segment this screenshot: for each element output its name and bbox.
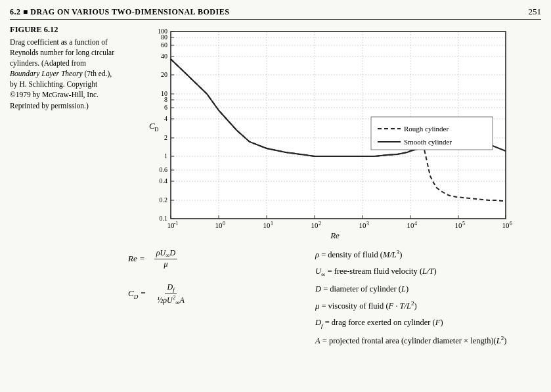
header-title: 6.2 ■ DRAG ON VARIOUS TWO-DIMENSIONAL BO…	[10, 7, 229, 17]
svg-text:4: 4	[164, 115, 167, 122]
svg-text:10: 10	[215, 221, 223, 229]
svg-text:60: 60	[161, 41, 167, 49]
cd-numerator: Df	[165, 282, 176, 294]
svg-text:1: 1	[164, 152, 167, 160]
right-area: 100 80 60 40 20 10 8 6 4 2 1 0.6 0.4 0.2	[121, 25, 541, 347]
page-number: 251	[529, 7, 542, 17]
figure-caption: Drag coefficient as a function of Reynol…	[10, 37, 116, 111]
cd-eq-lhs: CD =	[128, 288, 146, 300]
def-rho: ρ = density of fluid (M/L3)	[315, 248, 541, 261]
cd-denominator: ½ρU2∞A	[155, 294, 187, 306]
svg-text:10: 10	[311, 221, 319, 229]
svg-text:1: 1	[271, 221, 273, 227]
def-u: U∞ = free-stream fluid velocity (L/T)	[315, 265, 541, 279]
svg-text:80: 80	[161, 33, 167, 41]
re-eq-lhs: Re =	[128, 253, 145, 264]
def-d: D = diameter of cylinder (L)	[315, 283, 541, 295]
svg-text:8: 8	[164, 96, 167, 103]
svg-text:0: 0	[223, 221, 225, 227]
main-content: FIGURE 6.12 Drag coefficient as a functi…	[10, 25, 541, 347]
re-equation-block: Re = ρU∞D μ	[128, 248, 305, 269]
svg-text:6: 6	[164, 104, 167, 111]
svg-text:3: 3	[366, 221, 369, 227]
svg-text:D: D	[154, 126, 159, 133]
svg-text:10: 10	[455, 221, 463, 229]
svg-text:0.6: 0.6	[160, 166, 168, 173]
def-df: Df = drag force exerted on cylinder (F)	[315, 316, 541, 330]
svg-text:10: 10	[407, 221, 415, 229]
svg-text:0.2: 0.2	[160, 196, 168, 204]
legend-rough-label: Rough cylinder	[404, 125, 449, 133]
chart-svg: 100 80 60 40 20 10 8 6 4 2 1 0.6 0.4 0.2	[135, 25, 522, 242]
svg-text:2: 2	[319, 221, 321, 227]
re-numerator: ρU∞D	[154, 248, 178, 259]
def-a: A = projected frontal area (cylinder dia…	[315, 334, 541, 347]
svg-text:0.4: 0.4	[160, 177, 168, 185]
svg-text:2: 2	[164, 134, 167, 141]
svg-text:0.1: 0.1	[160, 215, 168, 222]
re-denominator: μ	[162, 259, 169, 269]
svg-text:-1: -1	[174, 221, 179, 227]
left-sidebar: FIGURE 6.12 Drag coefficient as a functi…	[10, 25, 121, 347]
equations-left: Re = ρU∞D μ CD = Df ½ρU2∞A	[121, 248, 305, 347]
cd-equation-block: CD = Df ½ρU2∞A	[128, 282, 305, 306]
svg-text:40: 40	[161, 53, 167, 60]
def-mu: μ = viscosity of fluid (F · T/L2)	[315, 299, 541, 313]
svg-text:4: 4	[414, 221, 417, 227]
equations-right: ρ = density of fluid (M/L3) U∞ = free-st…	[305, 248, 541, 347]
chart-container: 100 80 60 40 20 10 8 6 4 2 1 0.6 0.4 0.2	[135, 25, 522, 242]
svg-text:10: 10	[263, 221, 271, 229]
legend-smooth-label: Smooth cylinder	[404, 138, 452, 146]
svg-text:10: 10	[359, 221, 367, 229]
x-axis-label: Re	[330, 230, 340, 240]
svg-text:6: 6	[510, 221, 512, 227]
svg-text:20: 20	[161, 71, 167, 78]
svg-text:10: 10	[502, 221, 510, 229]
figure-label: FIGURE 6.12	[10, 25, 116, 35]
page-container: 6.2 ■ DRAG ON VARIOUS TWO-DIMENSIONAL BO…	[0, 0, 551, 392]
page-header: 6.2 ■ DRAG ON VARIOUS TWO-DIMENSIONAL BO…	[10, 7, 541, 20]
bottom-section: Re = ρU∞D μ CD = Df ½ρU2∞A	[121, 248, 541, 347]
cd-fraction: Df ½ρU2∞A	[155, 282, 187, 306]
svg-text:5: 5	[462, 221, 465, 227]
re-fraction: ρU∞D μ	[154, 248, 178, 269]
